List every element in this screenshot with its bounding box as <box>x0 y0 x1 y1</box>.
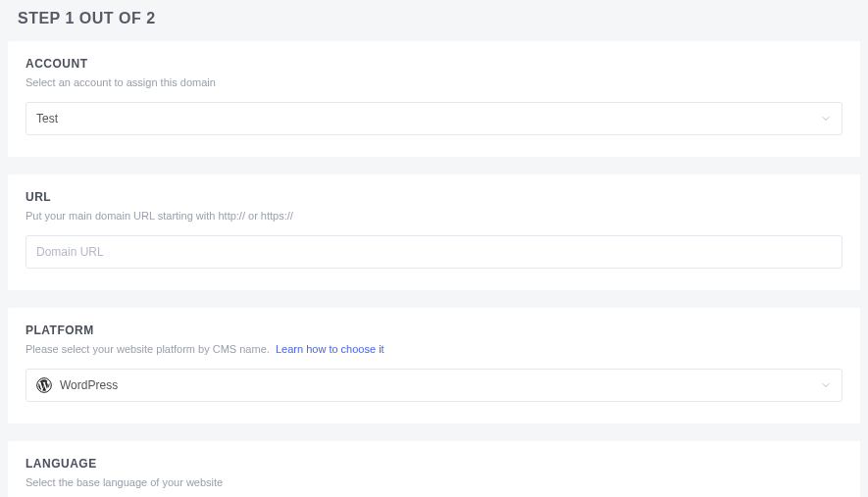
language-card: LANGUAGE Select the base language of you… <box>8 441 860 497</box>
wordpress-icon <box>36 377 52 393</box>
language-label: LANGUAGE <box>26 457 842 471</box>
url-card: URL Put your main domain URL starting wi… <box>8 174 860 290</box>
platform-label: PLATFORM <box>26 323 842 337</box>
url-input-wrapper <box>26 235 842 269</box>
account-desc: Select an account to assign this domain <box>26 76 842 88</box>
platform-learn-link[interactable]: Learn how to choose it <box>276 343 384 355</box>
chevron-down-icon <box>820 379 832 391</box>
url-desc: Put your main domain URL starting with h… <box>26 210 842 222</box>
account-label: ACCOUNT <box>26 57 842 71</box>
platform-card: PLATFORM Please select your website plat… <box>8 308 860 423</box>
platform-desc: Please select your website platform by C… <box>26 343 270 355</box>
account-select-value: Test <box>36 112 58 125</box>
language-desc: Select the base language of your website <box>26 476 842 488</box>
platform-select-value: WordPress <box>60 378 118 392</box>
platform-desc-wrapper: Please select your website platform by C… <box>26 343 842 355</box>
url-label: URL <box>26 190 842 204</box>
chevron-down-icon <box>820 113 832 124</box>
page-title: STEP 1 OUT OF 2 <box>0 0 868 41</box>
url-input[interactable] <box>36 245 832 259</box>
account-select[interactable]: Test <box>26 102 842 135</box>
account-card: ACCOUNT Select an account to assign this… <box>8 41 860 157</box>
platform-select[interactable]: WordPress <box>26 369 842 402</box>
